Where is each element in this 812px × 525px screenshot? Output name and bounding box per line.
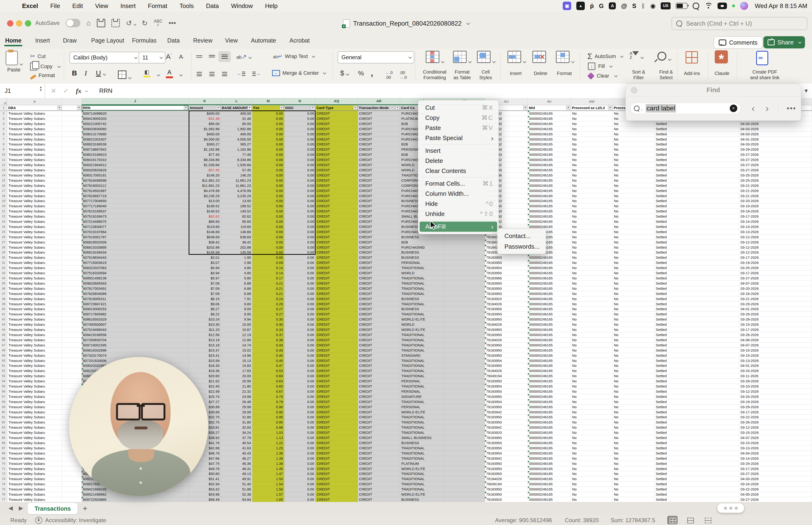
- cell[interactable]: PERSONAL: [400, 389, 444, 394]
- cell[interactable]: 03-12-2026: [739, 245, 812, 250]
- cell[interactable]: BUSINESS: [400, 235, 444, 240]
- cell[interactable]: 0.00: [284, 415, 316, 420]
- row-number[interactable]: 61: [0, 415, 7, 420]
- cell[interactable]: 03-27-2026: [739, 157, 812, 162]
- cell[interactable]: No: [571, 224, 613, 229]
- cell[interactable]: $51.41: [189, 476, 221, 481]
- filter-icon[interactable]: ▼: [77, 106, 81, 110]
- cell[interactable]: [62, 270, 82, 276]
- cell[interactable]: 0.00: [284, 193, 316, 198]
- cell[interactable]: Treasure Valley Subaru: [7, 379, 62, 384]
- find-more-button[interactable]: •••: [787, 104, 796, 112]
- cell[interactable]: No: [571, 229, 613, 235]
- cell[interactable]: 0.00: [284, 389, 316, 394]
- cell[interactable]: No: [571, 358, 613, 363]
- cell[interactable]: CREDIT: [316, 481, 358, 487]
- cell[interactable]: 03-27-2026: [739, 497, 812, 502]
- cell[interactable]: $146.66: [189, 229, 221, 235]
- cell[interactable]: CREDIT: [316, 497, 358, 502]
- fill-color-chevron[interactable]: [155, 72, 159, 77]
- cell[interactable]: 0.00: [252, 204, 284, 209]
- cell[interactable]: CREDIT: [316, 291, 358, 296]
- cell[interactable]: 0.75: [252, 394, 284, 399]
- cell[interactable]: No: [613, 250, 655, 255]
- cell[interactable]: [444, 260, 485, 265]
- row-number[interactable]: 23: [0, 219, 7, 224]
- cell[interactable]: Settled: [655, 394, 739, 399]
- cell[interactable]: [62, 338, 82, 343]
- cell[interactable]: 0.90: [252, 410, 284, 415]
- row-number[interactable]: 24: [0, 224, 7, 229]
- cell[interactable]: Settled: [655, 332, 739, 338]
- cell[interactable]: No: [613, 430, 655, 435]
- cell[interactable]: CREDIT: [316, 435, 358, 440]
- cell[interactable]: STANDARD: [400, 353, 444, 358]
- cell[interactable]: WORLD ELITE: [400, 492, 444, 497]
- cell[interactable]: $53.96: [189, 492, 221, 497]
- cell[interactable]: [62, 142, 82, 147]
- cell[interactable]: 607123830077: [82, 224, 189, 229]
- cell[interactable]: 000000246165: [528, 497, 571, 502]
- filter-icon[interactable]: ▼: [395, 106, 399, 110]
- cell[interactable]: 000000246165: [528, 415, 571, 420]
- cell[interactable]: 0.00: [284, 492, 316, 497]
- cell[interactable]: No: [613, 183, 655, 188]
- cell[interactable]: Treasure Valley Subaru: [7, 224, 62, 229]
- row-number[interactable]: 65: [0, 435, 7, 440]
- borders-button[interactable]: [118, 71, 131, 80]
- cell[interactable]: [62, 363, 82, 368]
- cell[interactable]: 0.47: [252, 363, 284, 368]
- cell[interactable]: CREDIT: [316, 255, 358, 260]
- cell[interactable]: Settled: [655, 162, 739, 168]
- cell[interactable]: 609221005742: [82, 121, 189, 126]
- cell[interactable]: TRADITIONAL: [400, 446, 444, 451]
- cell[interactable]: Treasure Valley Subaru: [7, 368, 62, 373]
- cell[interactable]: Settled: [655, 317, 739, 322]
- cell[interactable]: Treasure Valley Subaru: [7, 338, 62, 343]
- sheet-tab-transactions[interactable]: Transactions: [28, 503, 78, 514]
- cell[interactable]: No: [571, 157, 613, 162]
- column-header-J[interactable]: J: [82, 98, 189, 105]
- cell[interactable]: CREDIT: [316, 296, 358, 301]
- cell[interactable]: [444, 270, 485, 276]
- row-number[interactable]: 16: [0, 183, 7, 188]
- align-left-button[interactable]: [193, 69, 205, 79]
- cell[interactable]: 15.13: [221, 358, 252, 363]
- row-number[interactable]: 58: [0, 399, 7, 404]
- cell[interactable]: 03-13-2026: [739, 446, 812, 451]
- cell[interactable]: Treasure Valley Subaru: [7, 111, 62, 116]
- cell[interactable]: CREDIT: [358, 471, 400, 476]
- cell[interactable]: CREDIT: [316, 306, 358, 312]
- cell[interactable]: 0.00: [252, 250, 284, 255]
- cell[interactable]: $53.42: [189, 487, 221, 492]
- cell[interactable]: 0.00: [252, 173, 284, 178]
- cell[interactable]: Settled: [655, 260, 739, 265]
- cell[interactable]: Treasure Valley Subaru: [7, 327, 62, 332]
- cell[interactable]: 0.00: [252, 116, 284, 121]
- cell[interactable]: 79184026: [485, 301, 528, 307]
- cell[interactable]: Treasure Valley Subaru: [7, 198, 62, 204]
- cell[interactable]: 0.00: [284, 214, 316, 219]
- cell[interactable]: CREDIT: [316, 471, 358, 476]
- cell[interactable]: Settled: [655, 291, 739, 296]
- cell[interactable]: 0.00: [284, 327, 316, 332]
- cell[interactable]: [62, 260, 82, 265]
- cell[interactable]: [62, 116, 82, 121]
- row-number[interactable]: 60: [0, 410, 7, 415]
- cell[interactable]: -$82.62: [189, 214, 221, 219]
- cell[interactable]: Treasure Valley Subaru: [7, 152, 62, 157]
- cell[interactable]: CREDIT: [358, 240, 400, 245]
- cell[interactable]: [62, 255, 82, 260]
- cell[interactable]: 400.00: [221, 111, 252, 116]
- cell[interactable]: Settled: [655, 204, 739, 209]
- cell[interactable]: 000000246165: [528, 410, 571, 415]
- cell[interactable]: CREDIT: [358, 425, 400, 430]
- cell[interactable]: 03-11-2026: [739, 373, 812, 379]
- cell[interactable]: 21.80: [221, 384, 252, 389]
- filter-icon[interactable]: ▼: [523, 106, 527, 110]
- find-select-button[interactable]: [657, 52, 671, 62]
- cell[interactable]: [62, 317, 82, 322]
- cell[interactable]: CREDIT: [316, 173, 358, 178]
- cell[interactable]: [62, 209, 82, 214]
- cell[interactable]: Treasure Valley Subaru: [7, 461, 62, 466]
